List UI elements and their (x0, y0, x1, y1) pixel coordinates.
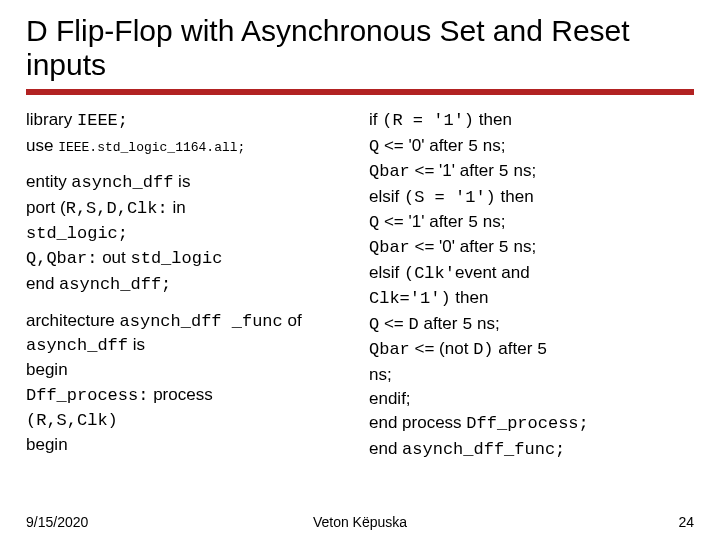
code: 5 (499, 238, 509, 257)
code: IEEE.std_logic_1164.all; (58, 140, 245, 155)
kw: end (26, 274, 59, 293)
code: D) (473, 340, 493, 359)
left-column: library IEEE; use IEEE.std_logic_1164.al… (26, 109, 351, 471)
kw: of (283, 311, 302, 330)
code: (R,S,Clk) (26, 411, 118, 430)
kw: elsif (369, 263, 404, 282)
code: std_logic (131, 249, 223, 268)
txt: <= (379, 314, 408, 333)
code: Qbar (369, 340, 410, 359)
code: Q (369, 137, 379, 156)
kw: event and (455, 263, 530, 282)
code: Q (369, 213, 379, 232)
kw: endif; (369, 389, 411, 408)
code: (S = '1') (404, 188, 496, 207)
txt: <= (not (410, 339, 473, 358)
code: Q (369, 315, 379, 334)
code: Qbar (369, 162, 410, 181)
txt: <= '1' after (379, 212, 468, 231)
code: asynch_dff_func; (402, 440, 565, 459)
kw: in (168, 198, 186, 217)
txt: <= '0' after (410, 237, 499, 256)
kw: begin (26, 360, 68, 379)
txt: ns; (369, 365, 392, 384)
kw: out (97, 248, 130, 267)
code: asynch_dff _func (120, 312, 283, 331)
code: 5 (499, 162, 509, 181)
code: R,S,D,Clk: (66, 199, 168, 218)
code: asynch_dff; (59, 275, 171, 294)
txt: ns; (478, 136, 505, 155)
code: Q,Qbar: (26, 249, 97, 268)
code: (Clk' (404, 264, 455, 283)
code: IEEE; (77, 111, 128, 130)
kw: use (26, 136, 58, 155)
code: Qbar (369, 238, 410, 257)
code: Dff_process: (26, 386, 148, 405)
content-columns: library IEEE; use IEEE.std_logic_1164.al… (26, 109, 694, 471)
kw: is (173, 172, 190, 191)
txt: <= '0' after (379, 136, 468, 155)
code: 5 (537, 340, 547, 359)
code: 5 (468, 137, 478, 156)
code: 5 (468, 213, 478, 232)
kw: begin (26, 435, 68, 454)
kw: library (26, 110, 77, 129)
kw: end (369, 439, 402, 458)
kw: if (369, 110, 382, 129)
code: std_logic; (26, 224, 128, 243)
kw: entity (26, 172, 71, 191)
kw: is (128, 335, 145, 354)
kw: then (474, 110, 512, 129)
footer-author: Veton Këpuska (26, 514, 694, 530)
kw: then (496, 187, 534, 206)
txt: ns; (472, 314, 499, 333)
txt: <= '1' after (410, 161, 499, 180)
code: Dff_process; (466, 414, 588, 433)
code: 5 (462, 315, 472, 334)
txt: ns; (509, 161, 536, 180)
kw: process (148, 385, 212, 404)
footer: 9/15/2020 Veton Këpuska 24 (26, 514, 694, 530)
slide-title: D Flip-Flop with Asynchronous Set and Re… (26, 14, 694, 81)
code: asynch_dff (26, 336, 128, 355)
kw: architecture (26, 311, 120, 330)
code: D (409, 315, 419, 334)
kw: port ( (26, 198, 66, 217)
txt: ns; (478, 212, 505, 231)
kw: end process (369, 413, 466, 432)
code: Clk='1') (369, 289, 451, 308)
kw: after (494, 339, 537, 358)
kw: elsif (369, 187, 404, 206)
title-rule (26, 89, 694, 95)
code: (R = '1') (382, 111, 474, 130)
kw: then (451, 288, 489, 307)
code: asynch_dff (71, 173, 173, 192)
kw: after (419, 314, 462, 333)
txt: ns; (509, 237, 536, 256)
right-column: if (R = '1') then Q <= '0' after 5 ns; Q… (369, 109, 694, 471)
